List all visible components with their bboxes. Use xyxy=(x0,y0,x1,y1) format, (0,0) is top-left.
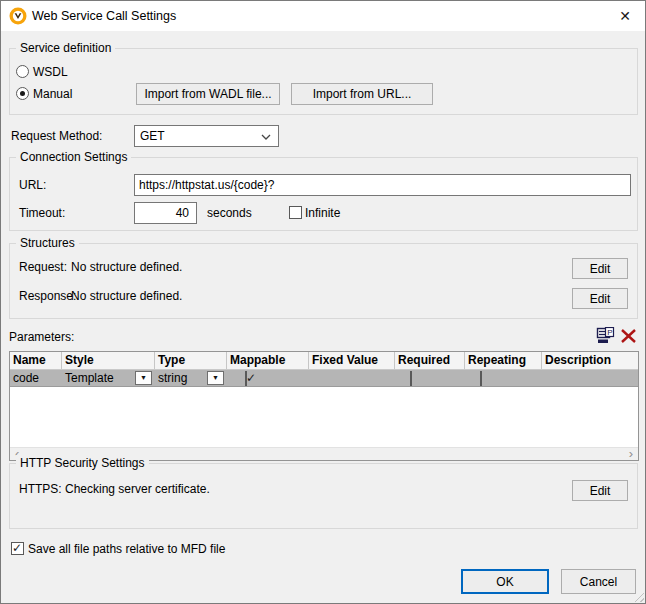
request-structure-label: Request: xyxy=(19,257,67,277)
add-parameter-icon[interactable]: P xyxy=(596,327,615,344)
parameters-table-header: Name Style Type Mappable Fixed Value Req… xyxy=(10,352,638,370)
timeout-unit-label: seconds xyxy=(207,202,252,224)
wsdl-radio[interactable] xyxy=(16,65,29,78)
param-mappable-cell xyxy=(227,370,309,386)
request-method-label: Request Method: xyxy=(11,125,102,147)
service-definition-legend: Service definition xyxy=(16,40,115,56)
manual-radio-label[interactable]: Manual xyxy=(33,87,72,101)
structures-group: Structures xyxy=(9,243,638,319)
scroll-right-icon[interactable]: › xyxy=(629,448,633,461)
col-header-mappable[interactable]: Mappable xyxy=(227,352,309,369)
required-checkbox[interactable] xyxy=(410,371,412,386)
response-structure-label: Response: xyxy=(19,286,76,306)
http-security-legend: HTTP Security Settings xyxy=(16,455,149,471)
parameters-label: Parameters: xyxy=(9,330,74,344)
col-header-repeating[interactable]: Repeating xyxy=(465,352,542,369)
manual-radio[interactable] xyxy=(16,87,29,100)
param-style-value: Template xyxy=(65,371,114,385)
response-edit-button[interactable]: Edit xyxy=(572,288,628,309)
col-header-type[interactable]: Type xyxy=(155,352,227,369)
ok-button[interactable]: OK xyxy=(461,569,549,594)
param-style-cell[interactable]: Template ▼ xyxy=(62,370,155,386)
close-icon[interactable]: ✕ xyxy=(605,1,645,31)
col-header-style[interactable]: Style xyxy=(62,352,155,369)
https-status-text: HTTPS: Checking server certificate. xyxy=(19,479,210,499)
web-service-call-settings-dialog: Web Service Call Settings ✕ Service defi… xyxy=(0,0,646,604)
import-wadl-button[interactable]: Import from WADL file... xyxy=(136,83,280,105)
mappable-checkbox[interactable] xyxy=(245,371,247,386)
title-bar: Web Service Call Settings ✕ xyxy=(1,1,645,31)
param-repeating-cell xyxy=(465,370,542,386)
import-url-button[interactable]: Import from URL... xyxy=(291,83,433,105)
chevron-down-icon xyxy=(261,134,271,140)
structures-legend: Structures xyxy=(16,235,79,251)
col-header-name[interactable]: Name xyxy=(10,352,62,369)
save-paths-checkbox[interactable] xyxy=(11,542,24,555)
request-method-select[interactable]: GET xyxy=(134,125,279,147)
svg-text:P: P xyxy=(607,328,612,337)
col-header-fixed-value[interactable]: Fixed Value xyxy=(309,352,395,369)
infinite-checkbox-label[interactable]: Infinite xyxy=(305,202,340,224)
request-structure-value: No structure defined. xyxy=(71,257,182,277)
url-label: URL: xyxy=(19,174,46,196)
dialog-title: Web Service Call Settings xyxy=(32,1,176,31)
security-edit-button[interactable]: Edit xyxy=(572,480,628,501)
timeout-label: Timeout: xyxy=(19,202,65,224)
wsdl-radio-label[interactable]: WSDL xyxy=(33,65,68,79)
cancel-button[interactable]: Cancel xyxy=(561,569,636,594)
col-header-required[interactable]: Required xyxy=(395,352,465,369)
param-fixed-value-cell[interactable] xyxy=(309,370,395,386)
delete-parameter-icon[interactable] xyxy=(620,328,637,344)
save-paths-label[interactable]: Save all file paths relative to MFD file xyxy=(28,541,225,557)
connection-settings-legend: Connection Settings xyxy=(16,149,131,165)
parameters-table: Name Style Type Mappable Fixed Value Req… xyxy=(9,351,639,461)
param-type-value: string xyxy=(158,371,187,385)
style-dropdown-icon[interactable]: ▼ xyxy=(135,371,152,385)
param-type-cell[interactable]: string ▼ xyxy=(155,370,227,386)
request-edit-button[interactable]: Edit xyxy=(572,258,628,279)
response-structure-value: No structure defined. xyxy=(71,286,182,306)
col-header-description[interactable]: Description xyxy=(542,352,638,369)
parameter-row[interactable]: code Template ▼ string ▼ xyxy=(10,370,638,387)
infinite-checkbox[interactable] xyxy=(289,206,302,219)
param-required-cell xyxy=(395,370,465,386)
type-dropdown-icon[interactable]: ▼ xyxy=(207,371,224,385)
repeating-checkbox[interactable] xyxy=(480,371,482,386)
url-input[interactable] xyxy=(134,174,631,196)
altova-mapforce-icon xyxy=(9,7,27,25)
param-name-cell[interactable]: code xyxy=(10,370,62,386)
param-description-cell[interactable] xyxy=(542,370,638,386)
timeout-input[interactable] xyxy=(134,202,197,224)
request-method-value: GET xyxy=(140,126,165,146)
